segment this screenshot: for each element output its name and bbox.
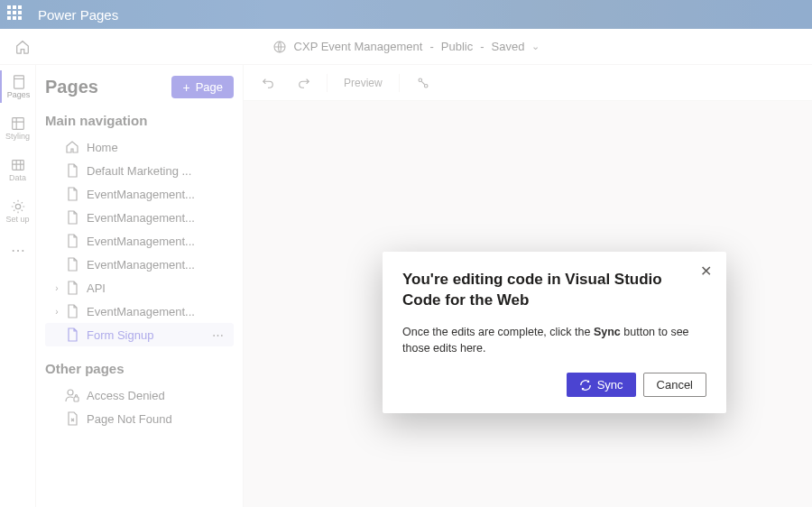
dialog-body: Once the edits are complete, click the S… (402, 324, 706, 356)
home-icon[interactable] (14, 39, 31, 55)
tree-item[interactable]: EventManagement... (45, 182, 234, 206)
styling-icon (10, 115, 26, 132)
data-icon (10, 157, 26, 173)
panel-title: Pages (45, 77, 98, 97)
tree-item-not-found[interactable]: Page Not Found (45, 407, 234, 430)
svg-point-7 (419, 78, 422, 82)
sync-dialog: ✕ You're editing code in Visual Studio C… (383, 252, 726, 413)
page-icon (65, 327, 79, 342)
tree-label: Home (87, 141, 118, 154)
sync-icon (579, 379, 592, 392)
product-title: Power Pages (38, 7, 118, 23)
undo-button[interactable] (254, 73, 281, 93)
dialog-title: You're editing code in Visual Studio Cod… (402, 270, 706, 311)
rail-label: Set up (5, 215, 29, 224)
main-nav-tree: Home Default Marketing ... EventManageme… (45, 135, 234, 346)
more-icon[interactable]: ⋯ (208, 328, 228, 342)
site-context[interactable]: CXP Event Management - Public - Saved ⌄ (272, 40, 540, 54)
tree-label: EventManagement... (87, 211, 195, 225)
pages-panel: Pages + Page Main navigation Home Defaul… (36, 65, 244, 507)
tree-label: EventManagement... (87, 188, 195, 201)
globe-icon (272, 40, 287, 54)
add-page-label: Page (196, 80, 223, 94)
sync-button[interactable]: Sync (567, 373, 636, 397)
rail-label: Styling (5, 132, 30, 141)
cancel-button[interactable]: Cancel (643, 373, 706, 397)
redo-button[interactable] (291, 73, 318, 93)
svg-point-4 (15, 204, 20, 208)
svg-rect-6 (74, 397, 78, 401)
tree-item[interactable]: › EventManagement... (45, 300, 234, 323)
tree-label: Form Signup (87, 328, 153, 342)
tree-item[interactable]: EventManagement... (45, 253, 234, 276)
add-page-button[interactable]: + Page (171, 76, 234, 98)
page-icon (65, 257, 79, 272)
gear-icon (10, 198, 26, 215)
rail-label: Data (9, 173, 26, 182)
home-icon (65, 140, 79, 154)
tree-label: Access Denied (87, 389, 165, 402)
page-icon (65, 187, 79, 201)
other-pages-heading: Other pages (45, 361, 234, 376)
chevron-right-icon[interactable]: › (51, 307, 63, 317)
tree-label: EventManagement... (87, 235, 195, 248)
tree-item[interactable]: EventManagement... (45, 206, 234, 229)
page-icon (65, 281, 79, 295)
app-launcher-icon[interactable] (7, 5, 25, 23)
rail-label: Pages (7, 90, 31, 99)
left-nav-rail: Pages Styling Data Set up ⋯ (0, 65, 36, 507)
preview-label: Preview (344, 77, 383, 89)
page-icon (65, 163, 79, 178)
page-icon (65, 210, 79, 225)
tree-item-api[interactable]: › API (45, 276, 234, 300)
page-icon (65, 234, 79, 248)
tree-label: EventManagement... (87, 305, 195, 318)
svg-point-5 (68, 390, 73, 395)
svg-rect-2 (12, 118, 23, 130)
page-icon (11, 74, 27, 90)
rail-item-styling[interactable]: Styling (0, 112, 36, 144)
save-state: Saved (492, 40, 525, 53)
tree-item[interactable]: EventManagement... (45, 229, 234, 253)
tree-label: EventManagement... (87, 258, 195, 272)
site-visibility: Public (441, 40, 473, 53)
tree-item-home[interactable]: Home (45, 135, 234, 159)
sync-label: Sync (597, 378, 623, 392)
more-icon[interactable]: ⋯ (11, 242, 25, 259)
svg-rect-3 (12, 161, 23, 171)
main-nav-heading: Main navigation (45, 113, 234, 128)
preview-button[interactable]: Preview (337, 73, 390, 93)
tree-item[interactable]: Default Marketing ... (45, 159, 234, 182)
rail-item-pages[interactable]: Pages (0, 70, 36, 103)
rail-item-data[interactable]: Data (0, 153, 36, 186)
page-icon (65, 304, 79, 318)
rail-item-setup[interactable]: Set up (0, 195, 36, 227)
separator (327, 74, 328, 92)
person-lock-icon (65, 388, 79, 402)
svg-point-8 (424, 84, 428, 88)
plus-icon: + (182, 81, 189, 94)
tree-label: Page Not Found (87, 412, 172, 426)
tree-item-form-signup[interactable]: Form Signup ⋯ (45, 323, 234, 346)
site-name: CXP Event Management (294, 40, 423, 53)
svg-rect-1 (14, 76, 23, 88)
other-pages-tree: Access Denied Page Not Found (45, 383, 234, 430)
page-error-icon (65, 411, 79, 426)
chevron-right-icon[interactable]: › (51, 283, 63, 293)
tree-label: API (87, 281, 106, 295)
tree-item-access-denied[interactable]: Access Denied (45, 383, 234, 407)
close-icon[interactable]: ✕ (697, 264, 714, 281)
editor-toolbar: Preview (244, 65, 812, 101)
cancel-label: Cancel (657, 378, 693, 392)
tree-label: Default Marketing ... (87, 164, 191, 178)
separator (399, 74, 400, 92)
chevron-down-icon: ⌄ (531, 41, 540, 52)
code-button[interactable] (409, 72, 438, 94)
